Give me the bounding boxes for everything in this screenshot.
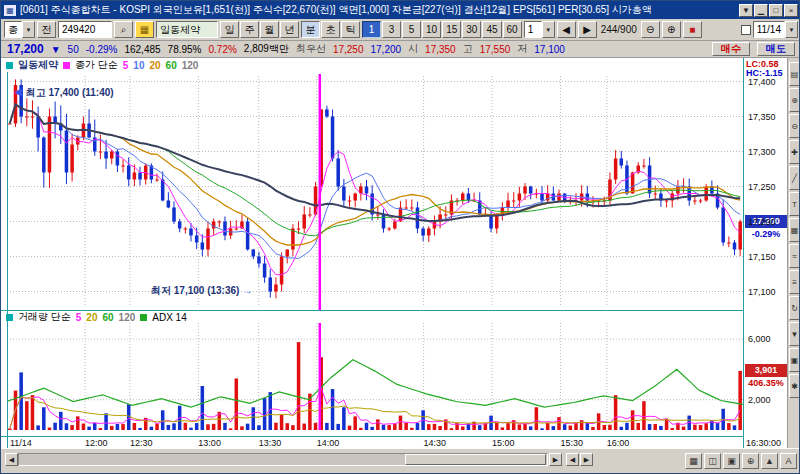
scroll-right-button[interactable]: ▶ xyxy=(549,453,562,466)
price-axis-label: 17,350 xyxy=(748,112,776,122)
interval-button-3[interactable]: 3 xyxy=(382,21,401,38)
chart-type-icon[interactable]: ▦ xyxy=(685,453,702,469)
stock-code-input[interactable] xyxy=(58,21,112,38)
date-picker[interactable]: 11/14 ▼ xyxy=(753,21,798,38)
date-value: 11/14 xyxy=(753,21,785,38)
minimize-button[interactable]: ▁ xyxy=(754,4,768,17)
data-forward-button[interactable]: ▶ xyxy=(580,453,593,466)
period-button-2[interactable]: 주 xyxy=(240,21,259,38)
time-axis-label: 15:30 xyxy=(560,438,583,448)
pointer-icon[interactable]: ▲ xyxy=(761,453,778,469)
mode-button-1[interactable]: 분 xyxy=(301,21,320,38)
chart-scrollbar[interactable] xyxy=(18,453,548,466)
legend-adx-label: ADX 14 xyxy=(152,312,186,323)
current-price: 17,200 xyxy=(7,42,44,56)
step-forward-button[interactable]: ▶ xyxy=(578,21,597,38)
compare-icon[interactable]: ≡ xyxy=(789,270,800,294)
legend-stock-name: 일동제약 xyxy=(18,58,58,72)
chevron-down-icon[interactable]: ▼ xyxy=(22,21,35,38)
period-button-3[interactable]: 월 xyxy=(260,21,279,38)
market-flag-button[interactable]: 전 xyxy=(37,21,56,38)
annotation-icon[interactable]: A xyxy=(780,453,797,469)
chevron-down-icon[interactable]: ▼ xyxy=(542,21,555,38)
time-axis-label: 13:00 xyxy=(198,438,221,448)
price-axis-label: 17,200 xyxy=(748,217,776,227)
mode-button-2[interactable]: 초 xyxy=(321,21,340,38)
stock-type-combo[interactable]: 종 ▼ xyxy=(4,21,35,38)
dual-pane-icon[interactable]: ◫ xyxy=(704,453,721,469)
volume-chart[interactable] xyxy=(7,323,743,436)
interval-button-45[interactable]: 45 xyxy=(482,21,501,38)
time-axis-label: 12:30 xyxy=(130,438,153,448)
time-axis-label: 14:30 xyxy=(424,438,447,448)
time-axis-label: 16:00 xyxy=(607,438,630,448)
interval-button-1[interactable]: 1 xyxy=(362,21,381,38)
price-axis-column: LC:0.58 HC:-1.15 17,200 -0.29% 3,901 406… xyxy=(743,58,787,448)
legend-volume-label: 거래량 단순 xyxy=(18,310,71,324)
interval-button-30[interactable]: 30 xyxy=(462,21,481,38)
price-axis-label: 17,100 xyxy=(748,287,776,297)
zoom-out-icon[interactable]: ⊖ xyxy=(789,114,800,138)
interval-button-5[interactable]: 5 xyxy=(402,21,421,38)
menu-icon[interactable]: ▤ xyxy=(789,62,800,86)
text-tool-icon[interactable]: T xyxy=(789,192,800,216)
best-quote-label: 최우선 xyxy=(296,42,326,56)
best-ask: 17,250 xyxy=(333,44,364,55)
step-back-button[interactable]: ◀ xyxy=(557,21,576,38)
time-axis-label: 12:00 xyxy=(85,438,108,448)
high-price: 17,550 xyxy=(480,44,511,55)
crosshair-icon[interactable]: ✚ xyxy=(789,140,800,164)
sell-button[interactable]: 매도 xyxy=(757,42,795,56)
stock-name-field: 일동제약 xyxy=(156,21,218,38)
maximize-button[interactable]: □ xyxy=(769,4,783,17)
price-chart[interactable] xyxy=(7,72,743,310)
volume-ma-legend: 52060120 xyxy=(76,312,136,323)
data-back-button[interactable]: ◀ xyxy=(566,453,579,466)
stock-info-icon[interactable]: ▦ xyxy=(135,21,154,38)
settings-icon[interactable]: ✱ xyxy=(789,374,800,398)
best-bid: 17,200 xyxy=(370,44,401,55)
open-label: 시 xyxy=(408,42,418,56)
screenshot-icon[interactable]: ▣ xyxy=(723,453,740,469)
interval-button-60[interactable]: 60 xyxy=(503,21,522,38)
change-arrow-icon: ▼ xyxy=(51,44,61,55)
grid-icon[interactable]: ▦ xyxy=(789,218,800,242)
save-icon[interactable]: ▼ xyxy=(789,322,800,346)
zoom-in-button[interactable]: ⊕ xyxy=(662,21,681,38)
close-button[interactable]: × xyxy=(784,4,798,17)
price-ma-60-label: 60 xyxy=(166,60,177,71)
calendar-dropdown-icon[interactable]: ▼ xyxy=(785,21,798,38)
trendline-icon[interactable]: ╱ xyxy=(789,166,800,190)
session-end-time: 16:30:00 xyxy=(746,438,781,448)
volume-ma-5-label: 5 xyxy=(76,312,82,323)
print-icon[interactable]: ▣ xyxy=(789,348,800,372)
zoom-out-button[interactable]: ⊖ xyxy=(641,21,660,38)
price-pane-legend: 일동제약 종가 단순 5102060120 xyxy=(1,58,743,72)
period-button-4[interactable]: 년 xyxy=(280,21,299,38)
refresh-icon[interactable]: ↻ xyxy=(789,296,800,320)
scroll-left-button[interactable]: ◀ xyxy=(5,453,18,466)
realtime-icon[interactable]: ■ xyxy=(683,21,702,38)
stock-type-value: 종 xyxy=(4,21,22,38)
indicator-icon[interactable]: ≈ xyxy=(789,244,800,268)
scrollbar-thumb[interactable] xyxy=(405,454,546,465)
custom-interval-combo[interactable]: 1 ▼ xyxy=(524,21,555,38)
pane-left-border xyxy=(7,72,8,474)
date-checkbox[interactable] xyxy=(741,25,751,35)
stock-chart-window: ▦ [0601] 주식종합차트 - KOSPI 외국인보유[1,651(천)] … xyxy=(0,0,800,474)
right-tool-strip: ▤⊕⊖✚╱T▦≈≡↻▼▣✱ xyxy=(787,58,800,448)
time-axis: 11/1412:0012:3013:0013:3014:0014:3015:00… xyxy=(1,436,743,448)
chart-region: 일동제약 종가 단순 5102060120 ◀ 최고 17,400 (11:40… xyxy=(1,58,743,448)
interval-button-10[interactable]: 10 xyxy=(422,21,441,38)
close-color-swatch xyxy=(63,62,70,69)
mode-button-3[interactable]: 틱 xyxy=(341,21,360,38)
zoom-in-icon[interactable]: ⊕ xyxy=(789,88,800,112)
bottom-icon-group: ▦◫▣⊕▲A xyxy=(685,453,797,469)
stock-search-button[interactable]: ⌕ xyxy=(114,21,133,38)
period-button-1[interactable]: 일 xyxy=(220,21,239,38)
buy-button[interactable]: 매수 xyxy=(712,42,750,56)
magnify-icon[interactable]: ⊕ xyxy=(742,453,759,469)
pin-button[interactable]: ▼ xyxy=(739,4,753,17)
volume-pane-legend: 거래량 단순 52060120 ADX 14 xyxy=(1,310,743,323)
interval-button-15[interactable]: 15 xyxy=(442,21,461,38)
